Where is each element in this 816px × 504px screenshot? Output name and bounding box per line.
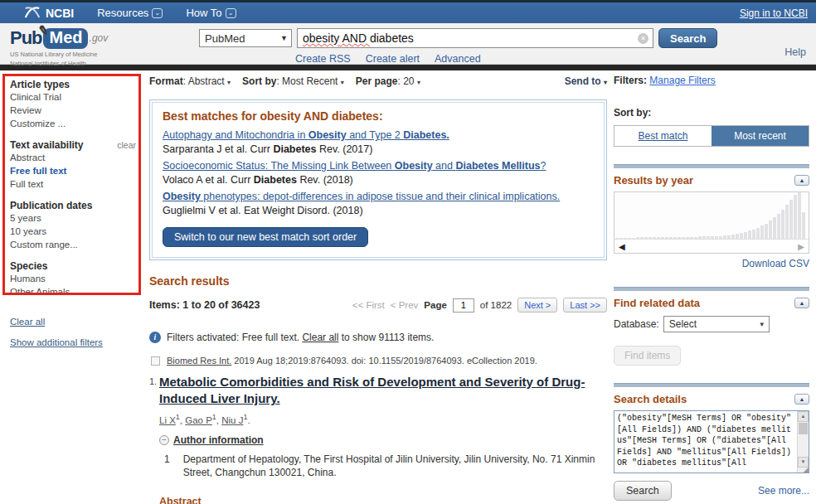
- year-bar[interactable]: [632, 238, 635, 239]
- year-bar[interactable]: [628, 238, 631, 239]
- year-bar[interactable]: [702, 236, 706, 239]
- slider-left-arrow-icon[interactable]: ◀: [619, 242, 625, 251]
- format-dropdown[interactable]: Format: Abstract ▾: [149, 75, 231, 87]
- article-title-link[interactable]: Metabolic Comorbidities and Risk of Deve…: [159, 375, 585, 405]
- resize-handle-icon[interactable]: ◢: [798, 468, 809, 472]
- year-bar[interactable]: [756, 228, 760, 239]
- year-bar[interactable]: [798, 192, 801, 239]
- year-bar[interactable]: [760, 225, 764, 239]
- textarea-scrollbar[interactable]: ▲ ▼ ◢: [797, 411, 809, 472]
- show-additional-filters-link[interactable]: Show additional filters: [10, 337, 136, 347]
- collapse-portlet-icon[interactable]: ▲: [794, 298, 809, 308]
- year-bar[interactable]: [769, 220, 772, 239]
- advanced-link[interactable]: Advanced: [435, 53, 481, 65]
- last-page-button[interactable]: Last >>: [563, 298, 607, 313]
- year-bar[interactable]: [707, 236, 710, 239]
- search-details-query[interactable]: ("obesity"[MeSH Terms] OR "obesity"[All …: [614, 411, 797, 472]
- year-range-slider[interactable]: ◀ ▶: [614, 239, 809, 253]
- year-bar[interactable]: [773, 217, 776, 239]
- filter-full-text[interactable]: Full text: [10, 177, 136, 191]
- search-button[interactable]: Search: [658, 28, 717, 48]
- year-bar[interactable]: [682, 237, 685, 239]
- year-bar[interactable]: [644, 237, 648, 239]
- filter-10-years[interactable]: 10 years: [10, 225, 136, 238]
- clear-all-filters-link[interactable]: Clear all: [10, 317, 136, 327]
- year-bar[interactable]: [673, 237, 677, 239]
- filter-other-animals[interactable]: Other Animals: [10, 285, 136, 298]
- collapse-portlet-icon[interactable]: ▲: [794, 175, 809, 186]
- year-bar[interactable]: [636, 237, 639, 239]
- search-details-search-button[interactable]: Search: [614, 481, 672, 501]
- year-bar[interactable]: [694, 237, 697, 239]
- year-bar[interactable]: [719, 236, 722, 239]
- next-page-button[interactable]: Next >: [517, 298, 557, 313]
- year-bar[interactable]: [765, 224, 768, 239]
- create-alert-link[interactable]: Create alert: [366, 53, 420, 65]
- clear-text-availability-link[interactable]: clear: [117, 140, 136, 150]
- best-match-toggle[interactable]: Best match: [614, 126, 712, 146]
- year-bar[interactable]: [794, 195, 797, 239]
- article-checkbox[interactable]: [151, 356, 160, 366]
- prev-page-link[interactable]: < Prev: [391, 300, 419, 310]
- slider-right-arrow-icon[interactable]: ▶: [798, 242, 804, 251]
- year-bar[interactable]: [678, 237, 681, 239]
- year-bar[interactable]: [657, 237, 660, 239]
- filter-humans[interactable]: Humans: [10, 272, 136, 285]
- page-number-input[interactable]: [453, 298, 474, 313]
- year-bar[interactable]: [640, 237, 644, 239]
- year-bar[interactable]: [698, 236, 702, 239]
- filter-free-full-text-active[interactable]: Free full text: [10, 164, 136, 177]
- year-bar[interactable]: [624, 238, 627, 239]
- search-details-textarea[interactable]: ("obesity"[MeSH Terms] OR "obesity"[All …: [614, 410, 809, 473]
- year-bar[interactable]: [661, 237, 664, 239]
- year-bar[interactable]: [777, 214, 780, 239]
- year-bar[interactable]: [653, 237, 656, 239]
- first-page-link[interactable]: << First: [352, 300, 385, 310]
- year-bar[interactable]: [736, 234, 739, 239]
- related-database-dropdown[interactable]: Select ▼: [663, 316, 770, 332]
- pubmed-logo[interactable]: Pub ✎ Med .gov US National Library of Me…: [10, 27, 108, 67]
- year-bar[interactable]: [669, 237, 673, 239]
- year-bar[interactable]: [648, 237, 652, 239]
- author-link[interactable]: Gao P: [185, 415, 212, 425]
- filter-clinical-trial[interactable]: Clinical Trial: [10, 90, 136, 104]
- best-match-link-2[interactable]: Socioeconomic Status: The Missing Link B…: [163, 159, 594, 173]
- best-match-link-3[interactable]: Obesity phenotypes: depot-differences in…: [163, 190, 594, 204]
- best-match-link-1[interactable]: Autophagy and Mitochondria in Obesity an…: [163, 128, 594, 143]
- scroll-up-icon[interactable]: ▲: [798, 411, 809, 422]
- year-bar[interactable]: [731, 235, 735, 239]
- year-bar[interactable]: [619, 238, 623, 239]
- year-bar[interactable]: [727, 235, 731, 239]
- switch-best-match-button[interactable]: Switch to our new best match sort order: [163, 227, 368, 247]
- resources-menu[interactable]: Resources ⌄: [97, 7, 163, 19]
- ncbi-logo[interactable]: NCBI: [23, 7, 74, 20]
- year-bar[interactable]: [781, 210, 784, 239]
- sign-in-link[interactable]: Sign in to NCBI: [740, 7, 808, 19]
- year-bar[interactable]: [665, 237, 668, 239]
- howto-menu[interactable]: How To ⌄: [186, 7, 236, 19]
- most-recent-toggle-selected[interactable]: Most recent: [712, 126, 809, 146]
- filter-custom-range[interactable]: Custom range...: [10, 238, 136, 251]
- year-bar[interactable]: [740, 233, 743, 239]
- send-to-dropdown[interactable]: Send to ▾: [565, 75, 607, 87]
- year-bar[interactable]: [711, 236, 714, 239]
- see-more-link[interactable]: See more...: [758, 485, 809, 497]
- journal-link[interactable]: Biomed Res Int.: [167, 356, 231, 366]
- author-information-toggle[interactable]: Author information: [173, 434, 264, 446]
- create-rss-link[interactable]: Create RSS: [295, 53, 351, 65]
- year-bar[interactable]: [789, 200, 793, 239]
- database-dropdown[interactable]: PubMed ▼: [199, 29, 292, 47]
- year-bar[interactable]: [715, 236, 718, 239]
- year-bar[interactable]: [785, 205, 789, 239]
- author-link[interactable]: Niu J: [221, 415, 243, 425]
- year-bar[interactable]: [615, 238, 619, 239]
- collapse-portlet-icon[interactable]: ▲: [794, 394, 809, 405]
- sortby-dropdown[interactable]: Sort by: Most Recent ▾: [242, 75, 344, 87]
- scrollbar-thumb[interactable]: [799, 423, 808, 434]
- year-bar[interactable]: [752, 230, 755, 239]
- filter-customize[interactable]: Customize ...: [10, 117, 136, 130]
- author-link[interactable]: Li X: [159, 415, 176, 425]
- year-bar[interactable]: [744, 232, 747, 239]
- filter-5-years[interactable]: 5 years: [10, 211, 136, 225]
- year-bar[interactable]: [748, 230, 751, 239]
